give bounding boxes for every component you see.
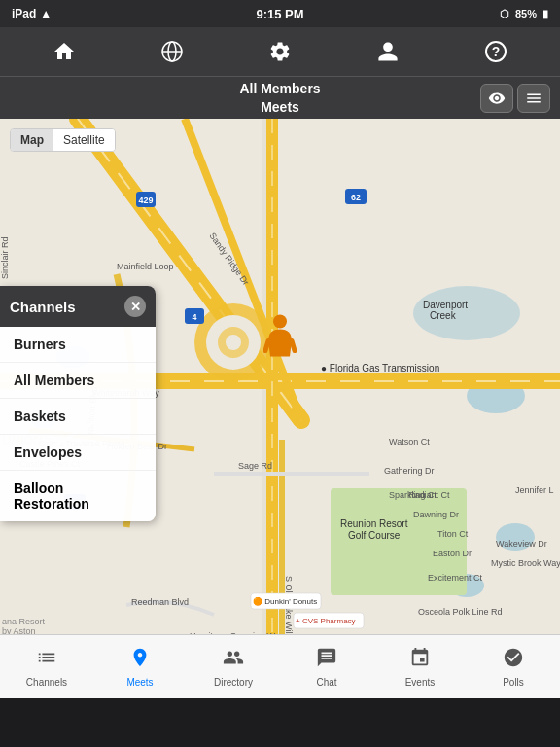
- channels-header: Channels ✕: [0, 286, 156, 327]
- svg-text:Sinclair Rd: Sinclair Rd: [0, 236, 10, 279]
- title-buttons: [480, 84, 550, 113]
- svg-text:+ CVS Pharmacy: + CVS Pharmacy: [296, 617, 356, 625]
- svg-text:by Aston: by Aston: [2, 626, 36, 634]
- svg-text:ana Resort: ana Resort: [2, 617, 46, 626]
- svg-text:Mainfield Loop: Mainfield Loop: [117, 262, 174, 271]
- events-tab-label: Events: [405, 677, 436, 688]
- bluetooth-icon: ⬡: [500, 8, 509, 20]
- tab-directory[interactable]: Directory: [187, 647, 280, 688]
- svg-text:62: 62: [351, 193, 361, 202]
- svg-text:Hernitage Crossing Way: Hernitage Crossing Way: [190, 631, 285, 634]
- satellite-view-button[interactable]: Satellite: [53, 129, 115, 151]
- svg-text:429: 429: [138, 196, 153, 205]
- directory-tab-label: Directory: [214, 677, 253, 688]
- svg-text:Mystic Brook Way: Mystic Brook Way: [491, 558, 560, 568]
- nav-bar: ?: [0, 27, 560, 76]
- home-button[interactable]: [45, 32, 84, 71]
- channel-item-balloon-restoration[interactable]: Balloon Restoration: [0, 471, 156, 521]
- svg-text:Gathering Dr: Gathering Dr: [384, 466, 435, 476]
- meets-tab-label: Meets: [126, 677, 153, 688]
- svg-text:Easton Dr: Easton Dr: [433, 549, 472, 558]
- channel-item-envelopes[interactable]: Envelopes: [0, 435, 156, 471]
- svg-text:Dawning Dr: Dawning Dr: [413, 510, 459, 519]
- svg-text:?: ?: [492, 44, 501, 59]
- svg-text:Golf Course: Golf Course: [348, 530, 401, 541]
- bottom-tab-bar: Channels Meets Directory Chat Events Pol…: [0, 634, 560, 698]
- svg-text:● Florida Gas Transmission: ● Florida Gas Transmission: [321, 363, 439, 374]
- status-bar: iPad ▲ 9:15 PM ⬡ 85% ▮: [0, 0, 560, 27]
- profile-button[interactable]: [368, 32, 407, 71]
- battery-icon: ▮: [542, 8, 548, 20]
- chat-tab-icon: [316, 647, 337, 674]
- svg-text:Wakeview Dr: Wakeview Dr: [496, 539, 547, 549]
- svg-text:Osceola Polk Line Rd: Osceola Polk Line Rd: [418, 607, 503, 617]
- status-time: 9:15 PM: [256, 7, 303, 21]
- tab-chat[interactable]: Chat: [280, 647, 373, 688]
- channel-item-burners[interactable]: Burners: [0, 327, 156, 363]
- channels-tab-label: Channels: [26, 677, 67, 688]
- globe-button[interactable]: [153, 32, 192, 71]
- svg-text:Sage Rd: Sage Rd: [238, 461, 272, 471]
- person-marker: [263, 313, 297, 367]
- svg-text:Jennifer L: Jennifer L: [515, 485, 554, 495]
- tab-polls[interactable]: Polls: [467, 647, 560, 688]
- svg-text:Davenport: Davenport: [423, 300, 468, 310]
- directory-tab-icon: [223, 647, 244, 674]
- meets-tab-icon: [129, 647, 151, 674]
- title-bar: All Members Meets: [0, 76, 560, 119]
- svg-text:Reunion Resort: Reunion Resort: [340, 518, 408, 529]
- svg-text:Reedman Blvd: Reedman Blvd: [131, 597, 189, 607]
- channels-tab-icon: [36, 647, 57, 674]
- map-view-button[interactable]: Map: [11, 129, 53, 151]
- tab-meets[interactable]: Meets: [93, 647, 187, 688]
- svg-text:Creek: Creek: [430, 310, 457, 321]
- svg-text:Watson Ct: Watson Ct: [389, 437, 430, 446]
- view-toggle-button[interactable]: [480, 84, 513, 113]
- svg-text:🟠 Dunkin' Donuts: 🟠 Dunkin' Donuts: [253, 596, 317, 606]
- carrier-label: iPad: [12, 7, 36, 20]
- map-container[interactable]: Map Satellite Davenport Creek Reunion Re…: [0, 119, 560, 634]
- svg-text:Radiant Ct: Radiant Ct: [408, 490, 450, 500]
- wifi-icon: ▲: [40, 7, 52, 20]
- menu-button[interactable]: [517, 84, 550, 113]
- svg-point-30: [226, 335, 241, 350]
- status-left: iPad ▲: [12, 7, 52, 20]
- polls-tab-label: Polls: [503, 677, 524, 688]
- events-tab-icon: [409, 647, 431, 674]
- page-title: All Members Meets: [239, 80, 320, 115]
- status-right: ⬡ 85% ▮: [500, 8, 548, 20]
- map-satellite-toggle[interactable]: Map Satellite: [10, 128, 116, 152]
- chat-tab-label: Chat: [316, 677, 336, 688]
- svg-text:Excitement Ct: Excitement Ct: [428, 573, 483, 583]
- channels-close-button[interactable]: ✕: [124, 296, 146, 317]
- channel-item-baskets[interactable]: Baskets: [0, 399, 156, 435]
- polls-tab-icon: [503, 647, 524, 674]
- tab-channels[interactable]: Channels: [0, 647, 93, 688]
- svg-text:4: 4: [192, 312, 196, 322]
- help-button[interactable]: ?: [476, 32, 515, 71]
- channel-item-all-members[interactable]: All Members: [0, 363, 156, 399]
- settings-button[interactable]: [261, 32, 299, 71]
- svg-point-67: [273, 314, 287, 328]
- channels-title: Channels: [10, 299, 76, 315]
- channels-panel: Channels ✕ Burners All Members Baskets E…: [0, 286, 156, 521]
- svg-text:Titon Ct: Titon Ct: [438, 529, 469, 539]
- tab-events[interactable]: Events: [373, 647, 467, 688]
- battery-label: 85%: [515, 8, 537, 19]
